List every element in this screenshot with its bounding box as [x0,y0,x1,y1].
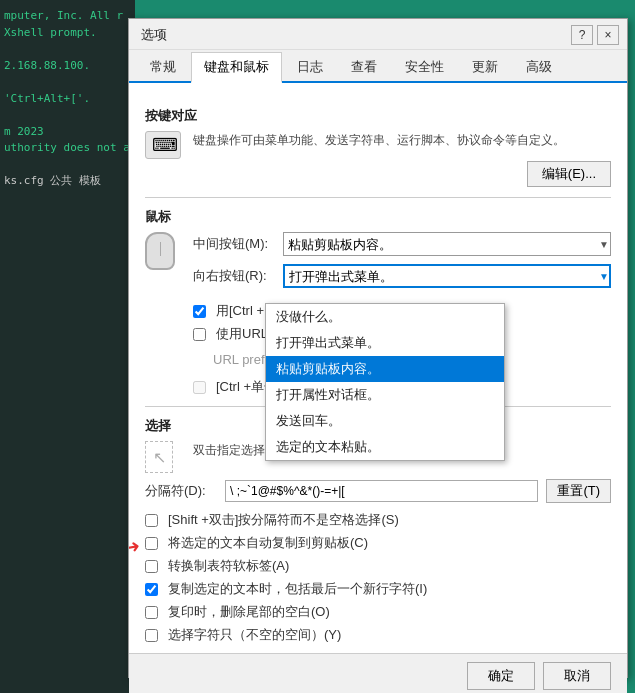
include-newline-label: 复制选定的文本时，包括最后一个新行字符(I) [168,580,427,598]
dropdown-menu: 没做什么。 打开弹出式菜单。 粘贴剪贴板内容。 打开属性对话框。 发送回车。 选… [265,303,505,461]
reset-button[interactable]: 重置(T) [546,479,611,503]
divider-1 [145,197,611,198]
keyboard-section-label: 按键对应 [145,107,611,125]
mouse-section-label: 鼠标 [145,208,611,226]
tab-keyboard-mouse[interactable]: 键盘和鼠标 [191,52,282,83]
arrow-indicator: ➜ [129,535,142,559]
help-button[interactable]: ? [571,25,593,45]
shift-dblclick-checkbox[interactable] [145,514,158,527]
tab-convert-label: 转换制表符软标签(A) [168,557,289,575]
cancel-button[interactable]: 取消 [543,662,611,690]
shift-dblclick-label: [Shift +双击]按分隔符而不是空格选择(S) [168,511,399,529]
dialog-title: 选项 [141,26,167,44]
dropdown-item-nothing[interactable]: 没做什么。 [266,304,504,330]
right-button-row: 向右按钮(R): 打开弹出式菜单。 ▼ [193,264,611,288]
char-only-checkbox[interactable] [145,629,158,642]
tab-log[interactable]: 日志 [284,52,336,81]
dropdown-item-enter[interactable]: 发送回车。 [266,408,504,434]
middle-button-row: 中间按钮(M): 粘贴剪贴板内容。 ▼ [193,232,611,256]
separator-row: 分隔符(D): 重置(T) [145,479,611,503]
tab-general[interactable]: 常规 [137,52,189,81]
right-button-select[interactable]: 打开弹出式菜单。 [283,264,611,288]
mouse-section-row: 中间按钮(M): 粘贴剪贴板内容。 ▼ 向右按钮(R): 打开弹出式菜单。 [145,232,611,296]
keyboard-icon [145,131,181,159]
char-only-label: 选择字符只（不空的空间）(Y) [168,626,341,644]
remove-trailing-label: 复印时，删除尾部的空白(O) [168,603,330,621]
terminal-background: mputer, Inc. All r Xshell prompt. 2.168.… [0,0,135,693]
auto-copy-label: 将选定的文本自动复制到剪贴板(C) [168,534,368,552]
auto-copy-row-wrapper: ➜ 将选定的文本自动复制到剪贴板(C) [145,534,611,552]
selection-icon-area: ↖ [145,441,193,473]
separator-label: 分隔符(D): [145,482,225,500]
remove-trailing-checkbox-row: 复印时，删除尾部的空白(O) [145,603,611,621]
tab-update[interactable]: 更新 [459,52,511,81]
mouse-icon-area [145,232,193,270]
auto-copy-checkbox[interactable] [145,537,158,550]
shift-dblclick-checkbox-row: [Shift +双击]按分隔符而不是空格选择(S) [145,511,611,529]
url-checkbox[interactable] [193,328,206,341]
keyboard-desc-area: 键盘操作可由菜单功能、发送字符串、运行脚本、协议命令等自定义。 编辑(E)... [193,131,611,187]
dialog-footer: 确定 取消 [129,653,627,693]
middle-button-select[interactable]: 粘贴剪贴板内容。 [283,232,611,256]
middle-button-label: 中间按钮(M): [193,235,283,253]
tab-convert-checkbox-row: 转换制表符软标签(A) [145,557,611,575]
keyboard-section-row: 键盘操作可由菜单功能、发送字符串、运行脚本、协议命令等自定义。 编辑(E)... [145,131,611,187]
edit-button[interactable]: 编辑(E)... [527,161,611,187]
ctrl-click-checkbox[interactable] [193,381,206,394]
ctrl-checkbox[interactable] [193,305,206,318]
cursor-icon: ↖ [145,441,173,473]
separator-input[interactable] [225,480,538,502]
remove-trailing-checkbox[interactable] [145,606,158,619]
keyboard-description: 键盘操作可由菜单功能、发送字符串、运行脚本、协议命令等自定义。 [193,131,611,149]
options-dialog: 选项 ? × 常规 键盘和鼠标 日志 查看 安全性 更新 高级 按键对应 键盘操… [128,18,628,678]
dialog-content: 按键对应 键盘操作可由菜单功能、发送字符串、运行脚本、协议命令等自定义。 编辑(… [129,83,627,653]
right-button-label: 向右按钮(R): [193,267,283,285]
mouse-fields-area: 中间按钮(M): 粘贴剪贴板内容。 ▼ 向右按钮(R): 打开弹出式菜单。 [193,232,611,296]
terminal-text: mputer, Inc. All r Xshell prompt. 2.168.… [4,8,131,190]
close-button[interactable]: × [597,25,619,45]
dropdown-item-paste[interactable]: 粘贴剪贴板内容。 [266,356,504,382]
tab-security[interactable]: 安全性 [392,52,457,81]
tab-view[interactable]: 查看 [338,52,390,81]
tab-bar: 常规 键盘和鼠标 日志 查看 安全性 更新 高级 [129,52,627,83]
dropdown-item-text-paste[interactable]: 选定的文本粘贴。 [266,434,504,460]
ok-button[interactable]: 确定 [467,662,535,690]
include-newline-checkbox-row: 复制选定的文本时，包括最后一个新行字符(I) [145,580,611,598]
include-newline-checkbox[interactable] [145,583,158,596]
char-only-checkbox-row: 选择字符只（不空的空间）(Y) [145,626,611,644]
dropdown-item-popup[interactable]: 打开弹出式菜单。 [266,330,504,356]
right-button-select-wrapper: 打开弹出式菜单。 ▼ [283,264,611,288]
keyboard-icon-area [145,131,193,159]
titlebar: 选项 ? × [129,19,627,50]
tab-convert-checkbox[interactable] [145,560,158,573]
middle-button-select-wrapper: 粘贴剪贴板内容。 ▼ [283,232,611,256]
mouse-icon [145,232,175,270]
auto-copy-checkbox-row: 将选定的文本自动复制到剪贴板(C) [145,534,611,552]
titlebar-buttons: ? × [571,25,619,45]
tab-advanced[interactable]: 高级 [513,52,565,81]
dropdown-item-properties[interactable]: 打开属性对话框。 [266,382,504,408]
